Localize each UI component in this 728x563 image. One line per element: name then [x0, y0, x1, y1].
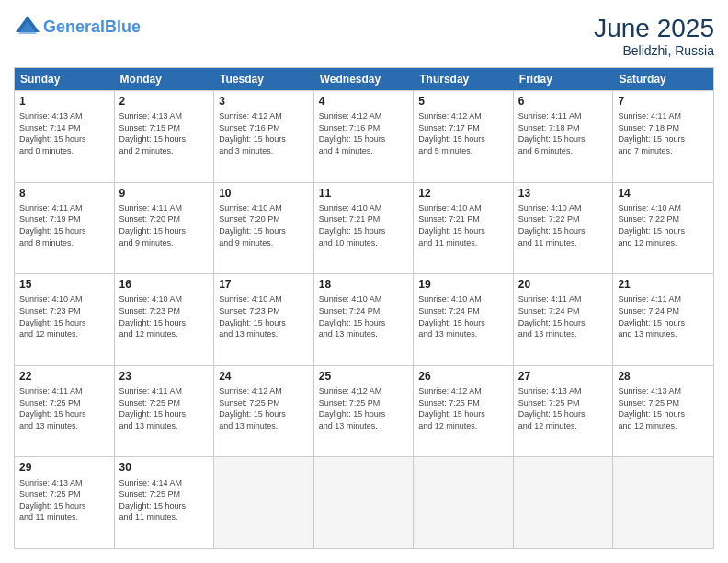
day-number: 21: [618, 277, 709, 292]
calendar-cell: 8Sunrise: 4:11 AM Sunset: 7:19 PM Daylig…: [15, 183, 115, 274]
weekday-monday: Monday: [115, 68, 215, 90]
calendar-row-5: 29Sunrise: 4:13 AM Sunset: 7:25 PM Dayli…: [15, 456, 713, 548]
day-number: 6: [518, 94, 609, 109]
calendar-cell: [613, 457, 713, 548]
calendar-cell: 11Sunrise: 4:10 AM Sunset: 7:21 PM Dayli…: [314, 183, 415, 274]
day-number: 10: [219, 186, 309, 201]
cell-info: Sunrise: 4:12 AM Sunset: 7:16 PM Dayligh…: [319, 110, 409, 156]
calendar-cell: 13Sunrise: 4:10 AM Sunset: 7:22 PM Dayli…: [514, 183, 614, 274]
calendar-cell: 5Sunrise: 4:12 AM Sunset: 7:17 PM Daylig…: [414, 91, 514, 182]
cell-info: Sunrise: 4:11 AM Sunset: 7:18 PM Dayligh…: [618, 110, 709, 156]
cell-info: Sunrise: 4:10 AM Sunset: 7:23 PM Dayligh…: [119, 293, 210, 339]
day-number: 15: [19, 277, 109, 292]
calendar-row-3: 15Sunrise: 4:10 AM Sunset: 7:23 PM Dayli…: [15, 273, 713, 365]
day-number: 18: [319, 277, 409, 292]
weekday-friday: Friday: [514, 68, 614, 90]
logo-text: GeneralBlue: [43, 17, 141, 38]
cell-info: Sunrise: 4:13 AM Sunset: 7:25 PM Dayligh…: [618, 385, 709, 431]
cell-info: Sunrise: 4:10 AM Sunset: 7:24 PM Dayligh…: [319, 293, 409, 339]
weekday-wednesday: Wednesday: [314, 68, 415, 90]
cell-info: Sunrise: 4:11 AM Sunset: 7:25 PM Dayligh…: [119, 385, 210, 431]
cell-info: Sunrise: 4:12 AM Sunset: 7:25 PM Dayligh…: [319, 385, 409, 431]
day-number: 7: [618, 94, 709, 109]
cell-info: Sunrise: 4:13 AM Sunset: 7:15 PM Dayligh…: [119, 110, 210, 156]
calendar-cell: 22Sunrise: 4:11 AM Sunset: 7:25 PM Dayli…: [15, 366, 115, 457]
cell-info: Sunrise: 4:12 AM Sunset: 7:25 PM Dayligh…: [219, 385, 309, 431]
day-number: 12: [418, 186, 508, 201]
calendar-row-4: 22Sunrise: 4:11 AM Sunset: 7:25 PM Dayli…: [15, 365, 713, 457]
cell-info: Sunrise: 4:14 AM Sunset: 7:25 PM Dayligh…: [119, 477, 210, 523]
calendar-cell: [514, 457, 614, 548]
day-number: 29: [19, 460, 109, 475]
calendar-cell: 20Sunrise: 4:11 AM Sunset: 7:24 PM Dayli…: [514, 274, 614, 365]
day-number: 9: [119, 186, 210, 201]
calendar-cell: 23Sunrise: 4:11 AM Sunset: 7:25 PM Dayli…: [115, 366, 215, 457]
day-number: 27: [518, 369, 609, 384]
cell-info: Sunrise: 4:12 AM Sunset: 7:17 PM Dayligh…: [418, 110, 508, 156]
calendar-cell: 1Sunrise: 4:13 AM Sunset: 7:14 PM Daylig…: [15, 91, 115, 182]
cell-info: Sunrise: 4:12 AM Sunset: 7:16 PM Dayligh…: [219, 110, 309, 156]
day-number: 20: [518, 277, 609, 292]
day-number: 2: [119, 94, 210, 109]
cell-info: Sunrise: 4:10 AM Sunset: 7:22 PM Dayligh…: [518, 202, 609, 248]
day-number: 23: [119, 369, 210, 384]
day-number: 4: [319, 94, 409, 109]
day-number: 22: [19, 369, 109, 384]
cell-info: Sunrise: 4:11 AM Sunset: 7:20 PM Dayligh…: [119, 202, 210, 248]
day-number: 30: [119, 460, 210, 475]
calendar-cell: 14Sunrise: 4:10 AM Sunset: 7:22 PM Dayli…: [613, 183, 713, 274]
cell-info: Sunrise: 4:11 AM Sunset: 7:24 PM Dayligh…: [518, 293, 609, 339]
calendar-cell: [314, 457, 415, 548]
day-number: 25: [319, 369, 409, 384]
cell-info: Sunrise: 4:13 AM Sunset: 7:25 PM Dayligh…: [518, 385, 609, 431]
calendar-cell: 18Sunrise: 4:10 AM Sunset: 7:24 PM Dayli…: [314, 274, 415, 365]
day-number: 17: [219, 277, 309, 292]
calendar-cell: 12Sunrise: 4:10 AM Sunset: 7:21 PM Dayli…: [414, 183, 514, 274]
calendar-cell: 16Sunrise: 4:10 AM Sunset: 7:23 PM Dayli…: [115, 274, 215, 365]
cell-info: Sunrise: 4:10 AM Sunset: 7:23 PM Dayligh…: [219, 293, 309, 339]
logo: GeneralBlue: [14, 14, 141, 41]
calendar-cell: 28Sunrise: 4:13 AM Sunset: 7:25 PM Dayli…: [613, 366, 713, 457]
day-number: 19: [418, 277, 508, 292]
calendar-cell: 21Sunrise: 4:11 AM Sunset: 7:24 PM Dayli…: [613, 274, 713, 365]
cell-info: Sunrise: 4:10 AM Sunset: 7:21 PM Dayligh…: [418, 202, 508, 248]
weekday-sunday: Sunday: [15, 68, 115, 90]
calendar: Sunday Monday Tuesday Wednesday Thursday…: [14, 67, 714, 549]
cell-info: Sunrise: 4:10 AM Sunset: 7:20 PM Dayligh…: [219, 202, 309, 248]
logo-icon: [14, 14, 41, 41]
calendar-cell: [214, 457, 314, 548]
calendar-cell: 4Sunrise: 4:12 AM Sunset: 7:16 PM Daylig…: [314, 91, 415, 182]
calendar-cell: 10Sunrise: 4:10 AM Sunset: 7:20 PM Dayli…: [214, 183, 314, 274]
calendar-cell: 6Sunrise: 4:11 AM Sunset: 7:18 PM Daylig…: [514, 91, 614, 182]
logo-line1: General: [43, 17, 105, 36]
day-number: 11: [319, 186, 409, 201]
calendar-row-2: 8Sunrise: 4:11 AM Sunset: 7:19 PM Daylig…: [15, 182, 713, 274]
day-number: 8: [19, 186, 109, 201]
day-number: 3: [219, 94, 309, 109]
cell-info: Sunrise: 4:10 AM Sunset: 7:23 PM Dayligh…: [19, 293, 109, 339]
day-number: 1: [19, 94, 109, 109]
title-block: June 2025 Belidzhi, Russia: [594, 14, 714, 58]
month-title: June 2025: [594, 14, 714, 43]
day-number: 14: [618, 186, 709, 201]
calendar-cell: 2Sunrise: 4:13 AM Sunset: 7:15 PM Daylig…: [115, 91, 215, 182]
page: GeneralBlue June 2025 Belidzhi, Russia S…: [0, 0, 728, 563]
logo-line2: Blue: [105, 17, 141, 36]
day-number: 24: [219, 369, 309, 384]
day-number: 16: [119, 277, 210, 292]
cell-info: Sunrise: 4:13 AM Sunset: 7:25 PM Dayligh…: [19, 477, 109, 523]
cell-info: Sunrise: 4:13 AM Sunset: 7:14 PM Dayligh…: [19, 110, 109, 156]
cell-info: Sunrise: 4:11 AM Sunset: 7:24 PM Dayligh…: [618, 293, 709, 339]
cell-info: Sunrise: 4:11 AM Sunset: 7:19 PM Dayligh…: [19, 202, 109, 248]
day-number: 28: [618, 369, 709, 384]
calendar-body: 1Sunrise: 4:13 AM Sunset: 7:14 PM Daylig…: [15, 90, 713, 548]
calendar-cell: 24Sunrise: 4:12 AM Sunset: 7:25 PM Dayli…: [214, 366, 314, 457]
calendar-cell: 25Sunrise: 4:12 AM Sunset: 7:25 PM Dayli…: [314, 366, 415, 457]
calendar-cell: 19Sunrise: 4:10 AM Sunset: 7:24 PM Dayli…: [414, 274, 514, 365]
day-number: 13: [518, 186, 609, 201]
calendar-cell: 26Sunrise: 4:12 AM Sunset: 7:25 PM Dayli…: [414, 366, 514, 457]
day-number: 5: [418, 94, 508, 109]
calendar-cell: 17Sunrise: 4:10 AM Sunset: 7:23 PM Dayli…: [214, 274, 314, 365]
location-title: Belidzhi, Russia: [594, 43, 714, 58]
calendar-cell: 30Sunrise: 4:14 AM Sunset: 7:25 PM Dayli…: [115, 457, 215, 548]
